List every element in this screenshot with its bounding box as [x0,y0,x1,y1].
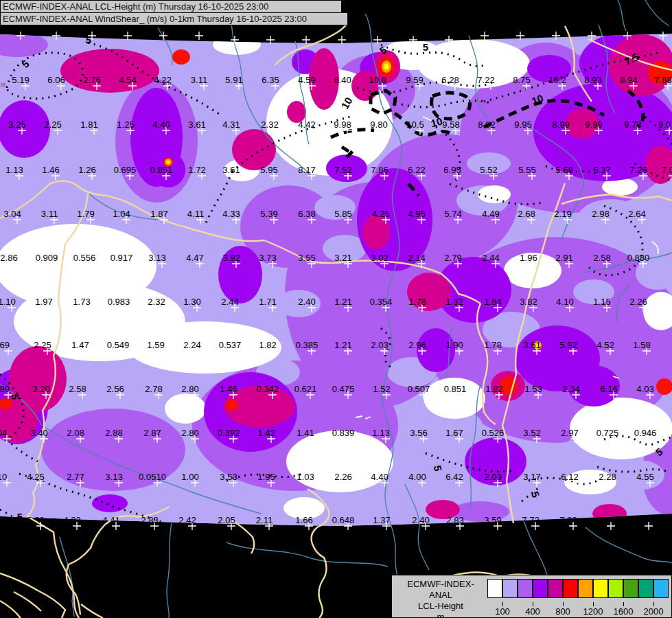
legend-title-line2: LCL-Height [396,601,485,612]
title-text-windshear: ECMWF-INDEX-ANAL WindShear_ (m/s) 0-1km … [3,14,307,24]
legend-swatch [548,579,563,598]
legend-swatch [533,579,548,598]
title-bar-windshear: ECMWF-INDEX-ANAL WindShear_ (m/s) 0-1km … [0,12,348,25]
map-canvas [0,0,672,618]
legend-swatch [563,579,578,598]
legend-title: ECMWF-INDEX-ANAL LCL-Height m [396,579,485,618]
legend-panel: ECMWF-INDEX-ANAL LCL-Height m 1004008001… [391,575,672,618]
legend-tick-label: 1200 [583,606,603,617]
legend-tick-label: 400 [525,606,540,617]
title-text-lcl: ECMWF-INDEX-ANAL LCL-Height (m) Thursday… [3,1,268,12]
legend-tick-label: 2000 [644,606,664,617]
legend-swatch [653,579,669,598]
legend-swatch [487,579,502,598]
legend-swatch [502,579,518,598]
legend-tick-label: 800 [555,606,570,617]
legend-swatch [578,579,593,598]
legend-title-line1: ECMWF-INDEX-ANAL [396,579,485,601]
legend-unit: m [396,612,485,618]
legend-swatch [518,579,533,598]
legend-swatch [623,579,638,598]
legend-tick-label: 100 [495,606,510,617]
legend-swatch [638,579,653,598]
legend-swatch [593,579,608,598]
legend-swatch [608,579,623,598]
title-bar-lcl: ECMWF-INDEX-ANAL LCL-Height (m) Thursday… [0,0,342,13]
legend-tick-label: 1600 [614,606,634,617]
weather-map-window: 5.196.062.764.544.223.115.916.354.596.40… [0,0,672,618]
place-name-fragment: ia [1,81,5,88]
